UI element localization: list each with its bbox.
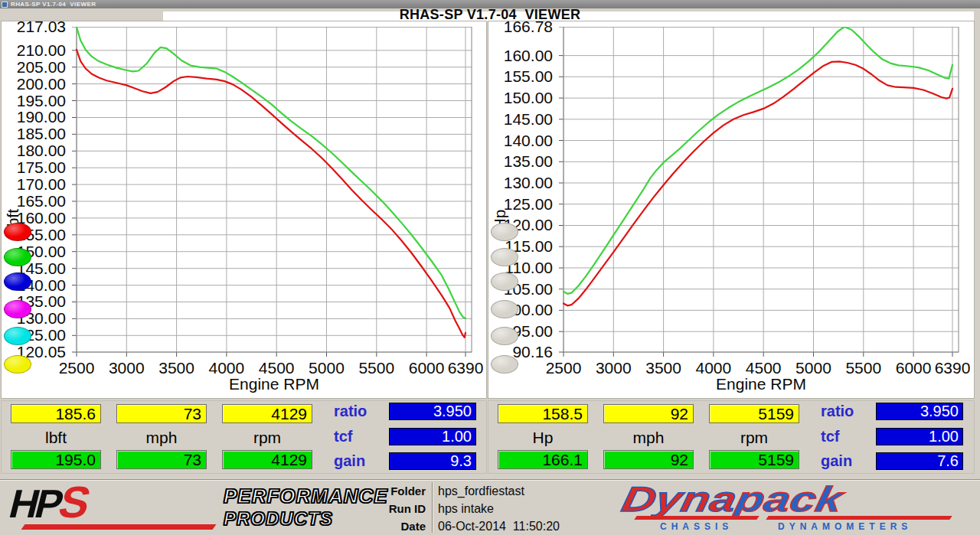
dynapack-dynamometers-text: DYNAMOMETERS [778,521,912,532]
torque-data-table: 185.6 73 4129 lbft mph rpm 195.0 73 4129… [2,401,486,473]
torque-chart-panel: 217.03210.00205.00200.00195.00190.00185.… [2,21,486,398]
y-tick-label: 140.00 [488,132,553,149]
date-value: 06-Oct-2014 11:50:20 [438,520,560,533]
gain-label: gain [334,452,387,470]
dynapack-chassis-text: CHASSIS [660,521,733,532]
y-tick-label: 210.00 [2,42,66,59]
speed-cursor-value: 73 [116,404,207,423]
legend-oval-disabled[interactable] [491,355,518,374]
rpm-ref-value: 5159 [709,450,799,469]
dynapack-logo: Dynapack [619,481,846,517]
folder-value: hps_fordfiestast [438,484,524,498]
hps-products-text: PRODUCTS [224,508,333,530]
y-tick-label: 130.00 [488,175,553,191]
gain-value: 9.3 [389,452,476,470]
tcf-value: 1.00 [389,428,476,445]
ratio-label: ratio [821,403,874,420]
hps-performance-text: PERFORMANCE [224,484,388,508]
ratio-value: 3.950 [876,403,963,420]
rpm-ref-value: 4129 [222,450,312,469]
legend-oval-cyan[interactable] [4,327,31,345]
y-tick-label: 217.03 [2,18,66,35]
torque-unit-label: lbft [11,429,101,447]
legend-oval-disabled[interactable] [491,327,518,345]
hps-logo: HPS [6,483,93,523]
power-x-axis-title: Engine RPM [564,375,959,393]
power-ref-value: 166.1 [498,450,588,469]
rpm-unit-label: rpm [709,429,799,447]
y-tick-label: 175.00 [2,159,66,176]
legend-oval-disabled[interactable] [491,272,518,291]
power-chart-panel: 166.78160.00155.00150.00145.00140.00135.… [488,21,974,398]
rpm-unit-label: rpm [222,429,312,447]
dynapack-logo-dyna: Dyna [619,479,741,519]
torque-x-axis-title: Engine RPM [77,375,472,393]
legend-oval-disabled[interactable] [491,223,518,241]
tcf-label: tcf [821,428,874,445]
y-tick-label: 135.00 [488,153,553,170]
speed-unit-label: mph [116,429,207,447]
legend-oval-yellow[interactable] [4,355,31,374]
y-tick-label: 170.00 [2,176,66,193]
footer: HPS PERFORMANCE PRODUCTS Folder hps_ford… [0,479,980,535]
power-data-table: 158.5 92 5159 Hp mph rpm 166.1 92 5159 r… [488,401,974,473]
ratio-value: 3.950 [389,403,476,420]
dynapack-swoosh-right [766,516,952,520]
y-tick-label: 160.00 [488,47,553,64]
y-tick-label: 205.00 [2,59,66,76]
legend-oval-red[interactable] [4,223,31,241]
ratio-label: ratio [334,403,387,420]
legend-oval-blue[interactable] [4,272,31,291]
run-info-divider [432,482,433,533]
speed-ref-value: 73 [116,450,207,469]
speed-ref-value: 92 [603,450,694,469]
y-tick-label: 155.00 [488,68,553,85]
run-id-value: hps intake [438,502,494,516]
y-tick-label: 200.00 [2,76,66,93]
y-tick-label: 180.00 [2,142,66,159]
folder-label: Folder [369,484,426,497]
y-tick-label: 195.00 [2,93,66,109]
legend-oval-green[interactable] [4,248,31,266]
legend-oval-disabled[interactable] [491,248,518,266]
run-id-label: Run ID [369,502,426,515]
torque-cursor-value: 185.6 [11,404,101,423]
power-cursor-value: 158.5 [498,404,588,423]
speed-unit-label: mph [603,429,694,447]
power-unit-label: Hp [498,429,588,447]
tcf-label: tcf [334,428,387,445]
torque-plot[interactable] [72,27,472,357]
torque-x-axis: 250030003500400045005000550060006390 [77,359,477,376]
y-tick-label: 185.00 [2,126,66,142]
legend-oval-disabled[interactable] [491,300,518,318]
y-tick-label: 150.00 [488,90,553,106]
power-x-axis: 250030003500400045005000550060006390 [564,359,964,376]
y-tick-label: 166.78 [488,18,553,35]
gain-value: 7.6 [876,452,963,470]
gain-label: gain [821,452,874,470]
date-label: Date [369,520,426,533]
power-plot[interactable] [559,27,959,357]
torque-ref-value: 195.0 [11,450,101,469]
dynapack-swoosh-left [634,516,760,520]
dynapack-logo-pack: pack [732,479,846,519]
tcf-value: 1.00 [876,428,963,445]
y-tick-label: 190.00 [2,109,66,126]
rpm-cursor-value: 4129 [222,404,312,423]
legend-oval-magenta[interactable] [4,300,31,318]
y-tick-label: 145.00 [488,111,553,128]
speed-cursor-value: 92 [603,404,694,423]
rpm-cursor-value: 5159 [709,404,799,423]
hps-logo-swoosh [21,524,217,530]
